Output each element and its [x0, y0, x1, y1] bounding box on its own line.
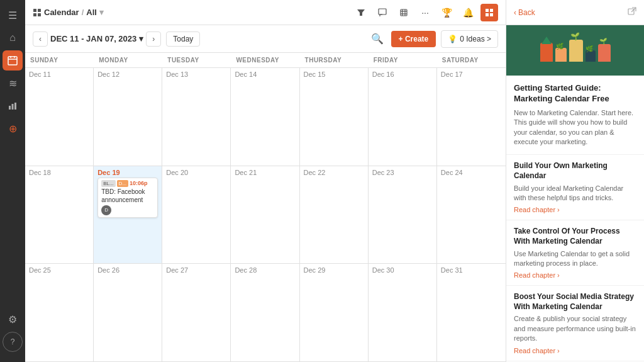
today-button[interactable]: Today	[166, 31, 200, 47]
calendar-day-number: Dec 24	[441, 169, 502, 176]
calendar-grid: SUNDAY MONDAY TUESDAY WEDNESDAY THURSDAY…	[25, 53, 506, 362]
calendar-day-number: Dec 11	[29, 71, 89, 78]
date-range-selector[interactable]: DEC 11 - JAN 07, 2023 ▾	[50, 34, 143, 43]
svg-rect-4	[9, 106, 11, 110]
calendar-cell[interactable]: Dec 17	[437, 68, 506, 166]
calendar-cell[interactable]: Dec 26	[94, 264, 162, 361]
calendar-cell[interactable]: Dec 27	[162, 264, 231, 361]
calendar-day-number: Dec 26	[97, 266, 158, 274]
day-header-tuesday: TUESDAY	[162, 53, 231, 67]
breadcrumb: Calendar / All ▾	[33, 8, 104, 17]
event-badges: BL...D...10:06p	[101, 180, 154, 187]
comment-icon[interactable]	[374, 4, 391, 21]
section-0-title: Build Your Own Marketing Calendar	[514, 161, 636, 181]
next-button[interactable]: ›	[146, 31, 161, 47]
calendar-cell[interactable]: Dec 29	[300, 264, 369, 361]
calendar-day-number: Dec 12	[97, 71, 158, 78]
svg-rect-0	[8, 57, 17, 65]
back-button[interactable]: ‹ Back	[514, 8, 535, 17]
section-2-title: Boost Your Social Media Strategy With Ma…	[514, 292, 636, 312]
create-button[interactable]: + Create	[391, 31, 436, 47]
menu-icon[interactable]: ☰	[3, 5, 23, 25]
calendar-day-number: Dec 27	[166, 266, 226, 274]
calendar-nav: ‹ DEC 11 - JAN 07, 2023 ▾ ›	[33, 31, 161, 47]
calendar-day-number: Dec 25	[29, 266, 89, 274]
calendar-cell[interactable]: Dec 11	[25, 68, 94, 166]
pin-icon[interactable]: ⊕	[3, 118, 23, 139]
calendar-cell[interactable]: Dec 23	[369, 166, 437, 264]
calendar-day-number: Dec 13	[166, 71, 226, 78]
section-1-title: Take Control Of Your Process With Market…	[514, 227, 636, 246]
filter-icon[interactable]	[352, 4, 370, 21]
panel-section-1: Take Control Of Your Process With Market…	[506, 220, 644, 286]
calendar-week-2: Dec 25Dec 26Dec 27Dec 28Dec 29Dec 30Dec …	[25, 264, 506, 362]
calendar-cell[interactable]: Dec 12	[94, 68, 162, 166]
day-header-wednesday: WEDNESDAY	[231, 53, 299, 67]
chart-icon[interactable]	[3, 96, 23, 116]
day-header-monday: MONDAY	[94, 53, 162, 67]
svg-rect-21	[490, 13, 493, 16]
calendar-toolbar: ‹ DEC 11 - JAN 07, 2023 ▾ › Today 🔍 + Cr…	[25, 25, 506, 53]
grid-view-icon[interactable]	[480, 4, 498, 21]
event-time: 10:06p	[130, 180, 148, 186]
event-avatar: D	[101, 205, 111, 215]
right-panel: ‹ Back 🌿 🌱 🌿	[506, 0, 644, 362]
bell-icon[interactable]: 🔔	[459, 4, 477, 21]
app-header: Calendar / All ▾ ··· 🏆 🔔	[25, 0, 506, 25]
calendar-cell[interactable]: Dec 19BL...D...10:06pTBD: Facebook annou…	[94, 166, 162, 264]
section-2-desc: Create & publish your social strategy an…	[514, 314, 636, 343]
calendar-day-number: Dec 14	[235, 71, 295, 78]
day-header-sunday: SUNDAY	[25, 53, 94, 67]
day-header-friday: FRIDAY	[369, 53, 437, 67]
calendar-cell[interactable]: Dec 18	[25, 166, 94, 264]
trophy-icon[interactable]: 🏆	[438, 4, 455, 21]
calendar-cell[interactable]: Dec 15	[300, 68, 369, 166]
breadcrumb-calendar: Calendar	[44, 8, 79, 17]
calendar-day-number: Dec 30	[372, 266, 433, 274]
svg-rect-20	[486, 13, 489, 16]
calendar-day-number: Dec 21	[235, 169, 295, 176]
svg-rect-9	[33, 13, 36, 16]
svg-rect-6	[14, 103, 16, 110]
calendar-cell[interactable]: Dec 13	[162, 68, 231, 166]
calendar-cell[interactable]: Dec 25	[25, 264, 94, 361]
calendar-icon[interactable]	[3, 50, 23, 71]
event-card[interactable]: BL...D...10:06pTBD: Facebook announcemen…	[97, 178, 158, 218]
layers-icon[interactable]: ≋	[3, 73, 23, 93]
calendar-cell[interactable]: Dec 31	[437, 264, 506, 361]
calendar-cell[interactable]: Dec 24	[437, 166, 506, 264]
calendar-day-headers: SUNDAY MONDAY TUESDAY WEDNESDAY THURSDAY…	[25, 53, 506, 68]
panel-section-0: Build Your Own Marketing Calendar Build …	[506, 155, 644, 220]
external-link-icon[interactable]	[628, 7, 636, 18]
more-icon[interactable]: ···	[416, 4, 434, 21]
calendar-cell[interactable]: Dec 30	[369, 264, 437, 361]
panel-hero-image: 🌿 🌱 🌿 🌱	[506, 25, 644, 76]
svg-marker-11	[357, 9, 365, 16]
settings-icon[interactable]: ⚙	[3, 309, 23, 329]
share-icon[interactable]	[395, 4, 413, 21]
home-icon[interactable]: ⌂	[3, 28, 23, 48]
calendar-day-number: Dec 18	[29, 169, 89, 176]
calendar-cell[interactable]: Dec 21	[231, 166, 299, 264]
calendar-body: Dec 11Dec 12Dec 13Dec 14Dec 15Dec 16Dec …	[25, 68, 506, 362]
ideas-button[interactable]: 💡 0 Ideas >	[441, 30, 498, 48]
day-header-saturday: SATURDAY	[437, 53, 506, 67]
calendar-day-number: Dec 23	[372, 169, 433, 176]
search-button[interactable]: 🔍	[369, 30, 386, 48]
calendar-cell[interactable]: Dec 22	[300, 166, 369, 264]
help-icon[interactable]: ?	[3, 332, 23, 352]
calendar-cell[interactable]: Dec 16	[369, 68, 437, 166]
prev-button[interactable]: ‹	[33, 31, 48, 47]
calendar-cell[interactable]: Dec 14	[231, 68, 299, 166]
main-article-desc: New to Marketing Calendar. Start here. T…	[514, 108, 636, 147]
breadcrumb-sep: /	[82, 8, 84, 17]
svg-rect-5	[12, 104, 14, 110]
calendar-cell[interactable]: Dec 28	[231, 264, 299, 361]
header-actions: ··· 🏆 🔔	[352, 4, 498, 21]
calendar-cell[interactable]: Dec 20	[162, 166, 231, 264]
svg-rect-22	[628, 9, 634, 14]
event-badge: BL...	[101, 180, 115, 187]
section-1-read-link[interactable]: Read chapter ›	[514, 271, 636, 279]
section-2-read-link[interactable]: Read chapter ›	[514, 347, 636, 354]
section-0-read-link[interactable]: Read chapter ›	[514, 206, 636, 213]
